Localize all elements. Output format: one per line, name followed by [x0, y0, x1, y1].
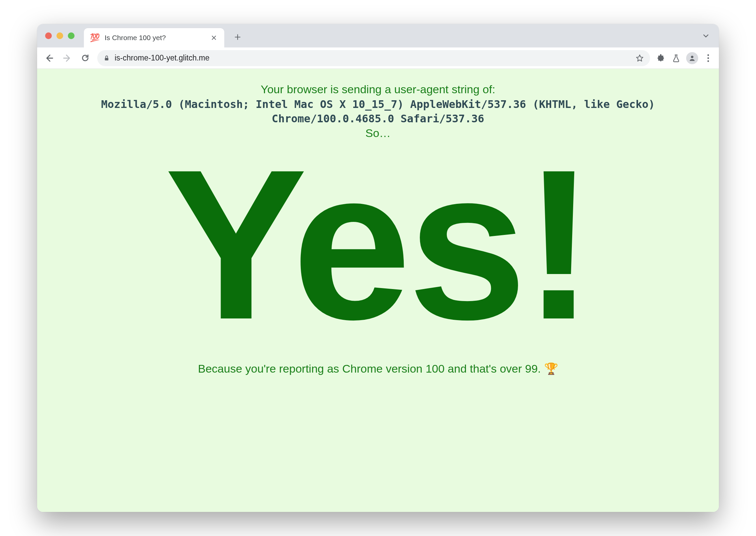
window-minimize-button[interactable] [56, 32, 63, 39]
intro-text: Your browser is sending a user-agent str… [261, 83, 495, 96]
svg-point-1 [691, 55, 693, 58]
svg-point-3 [708, 57, 709, 59]
profile-button[interactable] [686, 52, 698, 64]
svg-point-2 [708, 54, 709, 56]
nav-forward-button[interactable] [59, 50, 75, 66]
browser-window: 💯 Is Chrome 100 yet? is-chrome-100-y [37, 24, 719, 512]
kebab-icon [707, 54, 709, 62]
star-icon [635, 54, 644, 62]
toolbar: is-chrome-100-yet.glitch.me [37, 47, 719, 69]
arrow-left-icon [44, 53, 54, 63]
svg-rect-0 [105, 58, 109, 60]
window-close-button[interactable] [45, 32, 52, 39]
close-icon [211, 35, 217, 41]
arrow-right-icon [62, 53, 72, 63]
chrome-menu-button[interactable] [702, 51, 715, 65]
tabs-dropdown-button[interactable] [700, 30, 712, 41]
reload-icon [81, 53, 90, 63]
lock-icon [104, 54, 110, 62]
window-zoom-button[interactable] [68, 32, 75, 39]
page-content: Your browser is sending a user-agent str… [37, 69, 719, 512]
svg-point-4 [708, 60, 709, 62]
window-controls [45, 32, 75, 39]
tab-strip: 💯 Is Chrome 100 yet? [37, 24, 719, 47]
reload-button[interactable] [77, 50, 93, 66]
plus-icon [234, 33, 241, 41]
bookmark-button[interactable] [635, 54, 644, 62]
tab-close-button[interactable] [210, 33, 218, 42]
new-tab-button[interactable] [230, 30, 245, 44]
answer-text: Yes! [165, 146, 592, 343]
flask-icon [672, 54, 680, 62]
address-bar[interactable]: is-chrome-100-yet.glitch.me [97, 50, 650, 66]
tab-title: Is Chrome 100 yet? [105, 34, 205, 42]
nav-back-button[interactable] [41, 50, 57, 66]
person-icon [688, 54, 696, 62]
labs-button[interactable] [669, 51, 683, 65]
url-text: is-chrome-100-yet.glitch.me [115, 53, 631, 62]
reason-text: Because you're reporting as Chrome versi… [198, 362, 558, 375]
user-agent-string: Mozilla/5.0 (Macintosh; Intel Mac OS X 1… [64, 97, 692, 126]
site-info-button[interactable] [103, 55, 110, 61]
chevron-down-icon [702, 32, 710, 39]
extensions-button[interactable] [654, 51, 667, 65]
tab-favicon: 💯 [90, 33, 100, 42]
puzzle-icon [656, 54, 665, 62]
tab-active[interactable]: 💯 Is Chrome 100 yet? [84, 28, 224, 47]
